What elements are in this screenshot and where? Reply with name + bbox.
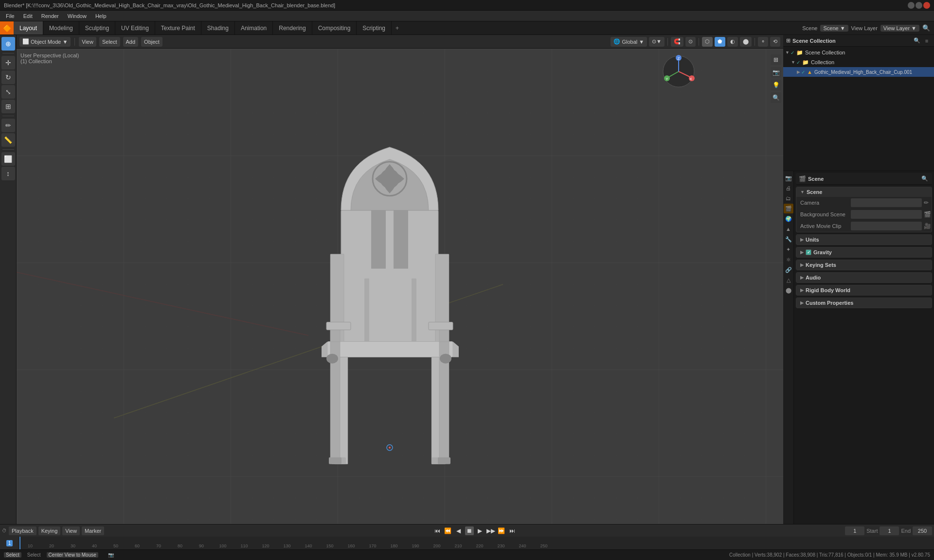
viewport-grid-btn[interactable]: ⊞ (771, 54, 781, 65)
jump-end-btn[interactable]: ⏭ (508, 526, 517, 535)
marker-menu[interactable]: Marker (82, 526, 104, 535)
viewport-mode-dropdown[interactable]: ⬜ Object Mode ▼ (19, 37, 71, 47)
proportional-edit[interactable]: ⊙ (685, 37, 696, 47)
modifier-props-btn[interactable]: 🔧 (784, 234, 793, 244)
camera-eyedropper-icon[interactable]: ✏ (924, 199, 929, 206)
scene-section-header[interactable]: ▼ Scene (796, 187, 932, 197)
viewport-camera-btn[interactable]: 📷 (771, 67, 781, 78)
prev-frame-btn[interactable]: ◀ (454, 526, 463, 535)
current-frame-input[interactable]: 1 (845, 526, 864, 535)
view-menu[interactable]: View (79, 37, 96, 47)
playback-menu[interactable]: Playback (9, 526, 36, 535)
rendered-shading-btn[interactable]: ⬤ (740, 37, 752, 47)
jump-start-btn[interactable]: ⏮ (433, 526, 442, 535)
material-shading-btn[interactable]: ◐ (727, 37, 738, 47)
outliner-filter-btn[interactable]: 🔍 (913, 36, 921, 45)
custom-props-section-header[interactable]: ▶ Custom Properties (796, 298, 932, 308)
particles-props-btn[interactable]: ✦ (784, 245, 793, 254)
play-btn[interactable]: ▶ (476, 526, 485, 535)
transform-tool[interactable]: ⊞ (1, 100, 15, 113)
viewport-snap-dropdown[interactable]: 🌐 Global ▼ (611, 37, 647, 47)
movie-clip-input[interactable] (851, 222, 922, 230)
timeline-ruler[interactable]: 10 20 30 40 50 60 70 80 90 100 110 120 1… (19, 537, 934, 549)
gizmo-btn[interactable]: ⟲ (770, 37, 780, 47)
menu-window[interactable]: Window (64, 12, 90, 20)
tab-scripting[interactable]: Scripting (357, 21, 392, 35)
cursor-tool[interactable]: ⊕ (1, 37, 15, 51)
search-icon[interactable]: 🔍 (922, 24, 930, 32)
end-frame-input[interactable]: 250 (913, 526, 932, 535)
viewport-gizmo[interactable]: X Y Z (662, 54, 696, 88)
audio-section-header[interactable]: ▶ Audio (796, 273, 932, 282)
view-layer-dropdown[interactable]: View Layer ▼ (880, 25, 919, 32)
tab-sculpting[interactable]: Sculpting (79, 21, 115, 35)
gravity-checkbox[interactable]: ✓ (806, 249, 811, 255)
output-props-btn[interactable]: 🖨 (784, 183, 793, 193)
add-menu[interactable]: Add (123, 37, 139, 47)
keying-sets-section-header[interactable]: ▶ Keying Sets (796, 260, 932, 270)
world-props-btn[interactable]: 🌍 (784, 214, 793, 224)
tab-uv-editing[interactable]: UV Editing (115, 21, 155, 35)
wireframe-shading-btn[interactable]: ⬡ (702, 37, 713, 47)
keying-menu[interactable]: Keying (38, 526, 61, 535)
start-frame-input[interactable]: 1 (880, 526, 899, 535)
close-button[interactable] (923, 2, 930, 9)
object-menu[interactable]: Object (141, 37, 162, 47)
menu-render[interactable]: Render (37, 12, 63, 20)
units-section-header[interactable]: ▶ Units (796, 235, 932, 245)
scale-tool[interactable]: ⤡ (1, 85, 15, 99)
tab-rendering[interactable]: Rendering (273, 21, 312, 35)
stop-btn[interactable]: ⏹ (465, 526, 474, 535)
add-workspace-button[interactable]: + (392, 21, 403, 35)
add-cube-tool[interactable]: ⬜ (1, 152, 15, 166)
tab-animation[interactable]: Animation (235, 21, 273, 35)
movie-clip-icon[interactable]: 🎥 (924, 223, 931, 229)
constraints-props-btn[interactable]: 🔗 (784, 265, 793, 275)
render-props-btn[interactable]: 📷 (784, 173, 793, 183)
rigid-body-section-header[interactable]: ▶ Rigid Body World (796, 285, 932, 295)
tab-modeling[interactable]: Modeling (43, 21, 79, 35)
overlay-btn[interactable]: ⚬ (758, 37, 768, 47)
outliner-item-chair[interactable]: ▶ ✓ ▲ Gothic_Medieval_High_Back_Chair_Cu… (783, 67, 934, 77)
menu-edit[interactable]: Edit (19, 12, 36, 20)
physics-props-btn[interactable]: ⚛ (784, 255, 793, 264)
extrude-tool[interactable]: ↕ (1, 167, 15, 180)
tab-compositing[interactable]: Compositing (312, 21, 357, 35)
outliner-item-scene-collection[interactable]: ▼ ✓ 📁 Scene Collection (783, 48, 934, 57)
minimize-button[interactable] (908, 2, 915, 9)
background-scene-input[interactable] (851, 210, 922, 219)
view-layer-props-btn[interactable]: 🗂 (784, 193, 793, 203)
data-props-btn[interactable]: △ (784, 275, 793, 285)
solid-shading-btn[interactable]: ⬟ (715, 37, 725, 47)
pivot-dropdown[interactable]: ⊙▼ (649, 37, 665, 47)
tab-layout[interactable]: Layout (14, 21, 43, 35)
prev-keyframe-btn[interactable]: ⏪ (444, 526, 452, 535)
next-keyframe-btn[interactable]: ⏩ (497, 526, 506, 535)
measure-tool[interactable]: 📏 (1, 133, 15, 147)
maximize-button[interactable] (916, 2, 922, 9)
menu-help[interactable]: Help (91, 12, 110, 20)
view-menu-timeline[interactable]: View (62, 526, 80, 535)
outliner-item-collection[interactable]: ▼ ✓ 📁 Collection (783, 57, 934, 67)
viewport-search-btn[interactable]: 🔍 (771, 92, 781, 103)
object-props-btn[interactable]: ▲ (784, 224, 793, 234)
menu-file[interactable]: File (2, 12, 18, 20)
viewport-light-btn[interactable]: 💡 (771, 80, 781, 90)
next-frame-btn[interactable]: ▶▶ (486, 526, 495, 535)
viewport-canvas[interactable]: User Perspective (Local) (1) Collection … (17, 49, 783, 524)
scene-dropdown[interactable]: Scene ▼ (820, 25, 848, 32)
material-props-btn[interactable]: ⬤ (784, 285, 793, 295)
tab-shading[interactable]: Shading (201, 21, 235, 35)
scene-props-btn[interactable]: 🎬 (784, 204, 793, 213)
rotate-tool[interactable]: ↻ (1, 70, 15, 84)
move-tool[interactable]: ✛ (1, 56, 15, 70)
outliner-sort-btn[interactable]: ≡ (922, 36, 931, 45)
annotate-tool[interactable]: ✏ (1, 119, 15, 132)
tab-texture-paint[interactable]: Texture Paint (155, 21, 201, 35)
select-menu[interactable]: Select (99, 37, 120, 47)
camera-input[interactable] (851, 198, 922, 207)
snap-toggle[interactable]: 🧲 (671, 37, 683, 47)
props-search-btn[interactable]: 🔍 (920, 175, 929, 183)
background-scene-icon[interactable]: 🎬 (924, 211, 931, 218)
gravity-section-header[interactable]: ▶ ✓ Gravity (796, 247, 932, 257)
